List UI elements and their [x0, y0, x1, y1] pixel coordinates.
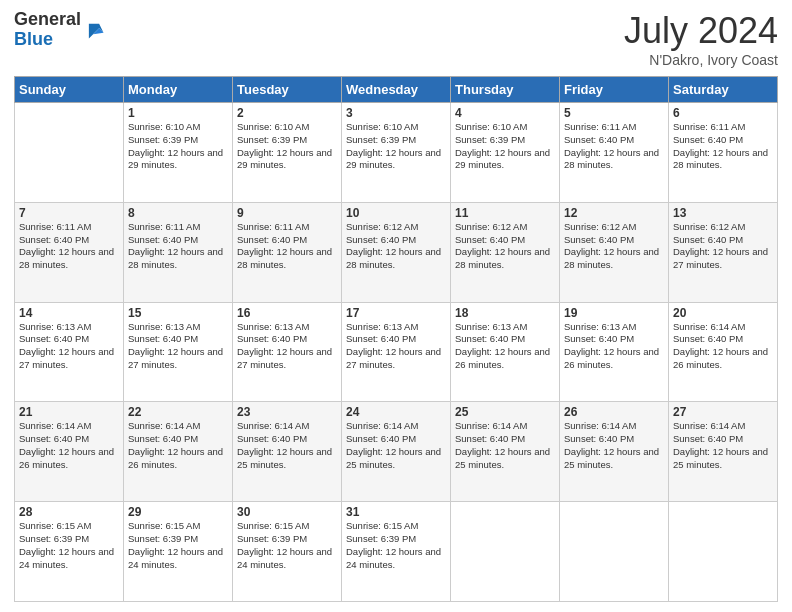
day-number: 12 — [564, 206, 664, 220]
day-info: Sunrise: 6:14 AMSunset: 6:40 PMDaylight:… — [673, 420, 773, 471]
day-number: 2 — [237, 106, 337, 120]
day-info: Sunrise: 6:14 AMSunset: 6:40 PMDaylight:… — [455, 420, 555, 471]
day-number: 15 — [128, 306, 228, 320]
day-info: Sunrise: 6:12 AMSunset: 6:40 PMDaylight:… — [673, 221, 773, 272]
day-info: Sunrise: 6:10 AMSunset: 6:39 PMDaylight:… — [455, 121, 555, 172]
day-info: Sunrise: 6:10 AMSunset: 6:39 PMDaylight:… — [237, 121, 337, 172]
logo-blue: Blue — [14, 30, 81, 50]
day-number: 3 — [346, 106, 446, 120]
day-number: 8 — [128, 206, 228, 220]
day-number: 1 — [128, 106, 228, 120]
day-cell: 15Sunrise: 6:13 AMSunset: 6:40 PMDayligh… — [124, 302, 233, 402]
day-info: Sunrise: 6:14 AMSunset: 6:40 PMDaylight:… — [346, 420, 446, 471]
day-cell: 23Sunrise: 6:14 AMSunset: 6:40 PMDayligh… — [233, 402, 342, 502]
day-number: 21 — [19, 405, 119, 419]
day-info: Sunrise: 6:10 AMSunset: 6:39 PMDaylight:… — [346, 121, 446, 172]
day-number: 30 — [237, 505, 337, 519]
day-cell: 11Sunrise: 6:12 AMSunset: 6:40 PMDayligh… — [451, 202, 560, 302]
day-info: Sunrise: 6:13 AMSunset: 6:40 PMDaylight:… — [19, 321, 119, 372]
day-number: 25 — [455, 405, 555, 419]
title-section: July 2024 N'Dakro, Ivory Coast — [624, 10, 778, 68]
day-info: Sunrise: 6:13 AMSunset: 6:40 PMDaylight:… — [564, 321, 664, 372]
day-cell: 12Sunrise: 6:12 AMSunset: 6:40 PMDayligh… — [560, 202, 669, 302]
day-cell: 18Sunrise: 6:13 AMSunset: 6:40 PMDayligh… — [451, 302, 560, 402]
day-info: Sunrise: 6:13 AMSunset: 6:40 PMDaylight:… — [346, 321, 446, 372]
day-cell: 14Sunrise: 6:13 AMSunset: 6:40 PMDayligh… — [15, 302, 124, 402]
day-cell: 21Sunrise: 6:14 AMSunset: 6:40 PMDayligh… — [15, 402, 124, 502]
day-cell: 6Sunrise: 6:11 AMSunset: 6:40 PMDaylight… — [669, 103, 778, 203]
day-cell — [560, 502, 669, 602]
calendar-table: SundayMondayTuesdayWednesdayThursdayFrid… — [14, 76, 778, 602]
day-cell: 26Sunrise: 6:14 AMSunset: 6:40 PMDayligh… — [560, 402, 669, 502]
day-number: 10 — [346, 206, 446, 220]
day-cell: 8Sunrise: 6:11 AMSunset: 6:40 PMDaylight… — [124, 202, 233, 302]
logo-text: General Blue — [14, 10, 81, 50]
day-cell: 13Sunrise: 6:12 AMSunset: 6:40 PMDayligh… — [669, 202, 778, 302]
header-cell-saturday: Saturday — [669, 77, 778, 103]
day-info: Sunrise: 6:12 AMSunset: 6:40 PMDaylight:… — [455, 221, 555, 272]
day-cell: 19Sunrise: 6:13 AMSunset: 6:40 PMDayligh… — [560, 302, 669, 402]
week-row-1: 7Sunrise: 6:11 AMSunset: 6:40 PMDaylight… — [15, 202, 778, 302]
day-number: 20 — [673, 306, 773, 320]
day-number: 18 — [455, 306, 555, 320]
day-number: 5 — [564, 106, 664, 120]
day-number: 23 — [237, 405, 337, 419]
logo-general: General — [14, 10, 81, 30]
day-info: Sunrise: 6:13 AMSunset: 6:40 PMDaylight:… — [237, 321, 337, 372]
header-cell-tuesday: Tuesday — [233, 77, 342, 103]
day-cell: 30Sunrise: 6:15 AMSunset: 6:39 PMDayligh… — [233, 502, 342, 602]
day-number: 24 — [346, 405, 446, 419]
day-cell: 27Sunrise: 6:14 AMSunset: 6:40 PMDayligh… — [669, 402, 778, 502]
day-cell: 24Sunrise: 6:14 AMSunset: 6:40 PMDayligh… — [342, 402, 451, 502]
day-cell: 10Sunrise: 6:12 AMSunset: 6:40 PMDayligh… — [342, 202, 451, 302]
day-info: Sunrise: 6:11 AMSunset: 6:40 PMDaylight:… — [128, 221, 228, 272]
header-cell-thursday: Thursday — [451, 77, 560, 103]
header-cell-friday: Friday — [560, 77, 669, 103]
location: N'Dakro, Ivory Coast — [624, 52, 778, 68]
day-info: Sunrise: 6:15 AMSunset: 6:39 PMDaylight:… — [19, 520, 119, 571]
day-cell: 28Sunrise: 6:15 AMSunset: 6:39 PMDayligh… — [15, 502, 124, 602]
day-number: 13 — [673, 206, 773, 220]
day-info: Sunrise: 6:14 AMSunset: 6:40 PMDaylight:… — [673, 321, 773, 372]
day-number: 6 — [673, 106, 773, 120]
day-cell: 2Sunrise: 6:10 AMSunset: 6:39 PMDaylight… — [233, 103, 342, 203]
day-number: 14 — [19, 306, 119, 320]
header-cell-sunday: Sunday — [15, 77, 124, 103]
calendar-container: General Blue July 2024 N'Dakro, Ivory Co… — [0, 0, 792, 612]
header-cell-wednesday: Wednesday — [342, 77, 451, 103]
day-cell: 4Sunrise: 6:10 AMSunset: 6:39 PMDaylight… — [451, 103, 560, 203]
day-cell: 5Sunrise: 6:11 AMSunset: 6:40 PMDaylight… — [560, 103, 669, 203]
calendar-header: General Blue July 2024 N'Dakro, Ivory Co… — [14, 10, 778, 68]
day-number: 7 — [19, 206, 119, 220]
calendar-thead: SundayMondayTuesdayWednesdayThursdayFrid… — [15, 77, 778, 103]
day-info: Sunrise: 6:15 AMSunset: 6:39 PMDaylight:… — [128, 520, 228, 571]
day-info: Sunrise: 6:12 AMSunset: 6:40 PMDaylight:… — [564, 221, 664, 272]
day-info: Sunrise: 6:14 AMSunset: 6:40 PMDaylight:… — [564, 420, 664, 471]
day-info: Sunrise: 6:14 AMSunset: 6:40 PMDaylight:… — [128, 420, 228, 471]
day-number: 17 — [346, 306, 446, 320]
week-row-2: 14Sunrise: 6:13 AMSunset: 6:40 PMDayligh… — [15, 302, 778, 402]
day-cell — [15, 103, 124, 203]
week-row-4: 28Sunrise: 6:15 AMSunset: 6:39 PMDayligh… — [15, 502, 778, 602]
day-cell: 29Sunrise: 6:15 AMSunset: 6:39 PMDayligh… — [124, 502, 233, 602]
day-info: Sunrise: 6:10 AMSunset: 6:39 PMDaylight:… — [128, 121, 228, 172]
day-info: Sunrise: 6:11 AMSunset: 6:40 PMDaylight:… — [237, 221, 337, 272]
day-cell — [669, 502, 778, 602]
header-row: SundayMondayTuesdayWednesdayThursdayFrid… — [15, 77, 778, 103]
day-cell: 31Sunrise: 6:15 AMSunset: 6:39 PMDayligh… — [342, 502, 451, 602]
day-number: 31 — [346, 505, 446, 519]
day-number: 16 — [237, 306, 337, 320]
week-row-0: 1Sunrise: 6:10 AMSunset: 6:39 PMDaylight… — [15, 103, 778, 203]
header-cell-monday: Monday — [124, 77, 233, 103]
day-number: 26 — [564, 405, 664, 419]
day-cell: 16Sunrise: 6:13 AMSunset: 6:40 PMDayligh… — [233, 302, 342, 402]
day-info: Sunrise: 6:11 AMSunset: 6:40 PMDaylight:… — [19, 221, 119, 272]
day-info: Sunrise: 6:13 AMSunset: 6:40 PMDaylight:… — [128, 321, 228, 372]
day-number: 19 — [564, 306, 664, 320]
calendar-body: 1Sunrise: 6:10 AMSunset: 6:39 PMDaylight… — [15, 103, 778, 602]
day-cell — [451, 502, 560, 602]
day-info: Sunrise: 6:13 AMSunset: 6:40 PMDaylight:… — [455, 321, 555, 372]
day-number: 9 — [237, 206, 337, 220]
day-cell: 7Sunrise: 6:11 AMSunset: 6:40 PMDaylight… — [15, 202, 124, 302]
logo-icon — [83, 18, 105, 40]
